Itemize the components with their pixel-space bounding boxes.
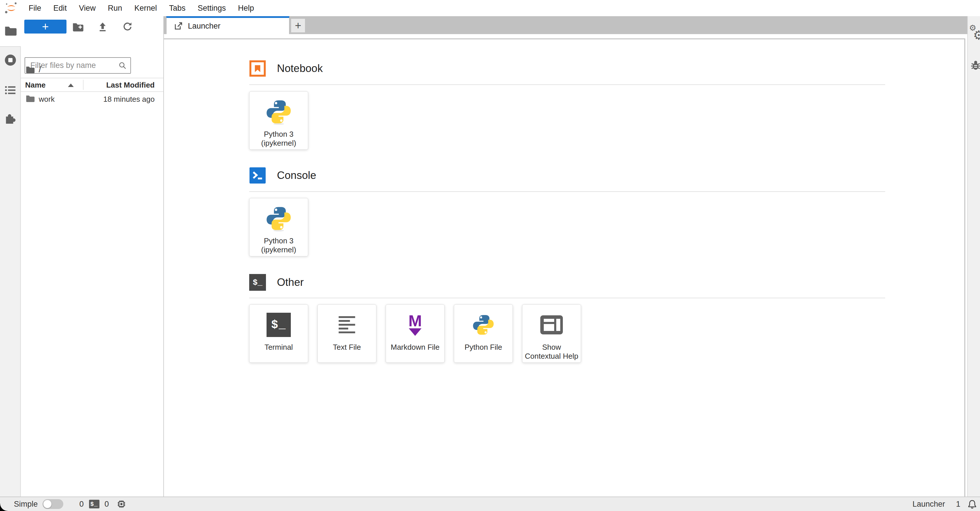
sidebar-tab-property-inspector[interactable]: ⚙ ⚙ [969,24,980,42]
launcher-card-markdown-file[interactable]: M Markdown File [386,304,445,363]
file-last-modified: 18 minutes ago [103,95,155,104]
launcher-card-text-file[interactable]: Text File [317,304,376,363]
contextual-help-icon [539,314,564,335]
jupyterlab-window: File Edit View Run Kernel Tabs Settings … [0,0,980,511]
file-name: work [39,95,55,104]
sidebar-tab-running-sessions[interactable] [3,53,18,67]
section-header-notebook: Notebook [249,59,323,78]
file-browser-panel: + [21,16,164,497]
bell-icon[interactable] [967,499,977,509]
toggle-knob [43,500,51,508]
launcher-card-label: Python File [465,343,502,352]
launcher-tab-icon [173,21,183,31]
launcher-card-label: Markdown File [391,343,439,352]
launcher-card-label: Terminal [264,343,293,352]
launcher-card-notebook-python3[interactable]: Python 3 (ipykernel) [249,91,308,150]
new-folder-icon [72,22,84,32]
launcher-card-label: Python 3 (ipykernel) [261,130,296,148]
other-cards-row: $_ Terminal [249,304,581,363]
python-logo-icon [265,98,293,126]
section-divider [249,298,885,298]
launcher-card-terminal[interactable]: $_ Terminal [249,304,308,363]
notifications-count: 1 [956,500,960,509]
launcher-card-label: Text File [333,343,361,352]
terminal-icon: $_ [267,313,291,337]
home-folder-icon[interactable] [25,65,35,73]
section-header-console: Console [249,167,316,185]
menu-edit[interactable]: Edit [48,4,73,13]
terminals-count[interactable]: 0 [80,500,84,509]
table-of-contents-icon [4,84,17,97]
file-row-work[interactable]: work 18 minutes ago [21,93,163,106]
new-folder-button[interactable] [72,21,84,33]
folder-icon [4,25,17,36]
upload-icon [97,21,108,32]
folder-icon [25,94,35,102]
column-header-last-modified[interactable]: Last Modified [106,81,155,89]
section-title: Notebook [277,62,323,75]
menu-run[interactable]: Run [102,4,128,13]
menu-kernel[interactable]: Kernel [128,4,163,13]
upload-button[interactable] [97,21,109,33]
python-logo-icon [471,313,495,337]
right-sidebar-strip: ⚙ ⚙ [967,16,980,497]
status-bar: Simple 0 $_ 0 Launcher 1 [0,497,980,511]
python-logo-icon [265,205,293,232]
section-title: Console [277,169,316,181]
left-sidebar-strip [0,16,21,497]
menu-view[interactable]: View [73,4,102,13]
sidebar-tab-file-browser[interactable] [3,24,18,38]
main-tab-bar: Launcher + [164,16,967,34]
tab-bar-gap [164,34,967,38]
menu-settings[interactable]: Settings [192,4,232,13]
jupyter-logo [0,2,22,15]
launcher-card-console-python3[interactable]: Python 3 (ipykernel) [249,198,308,256]
console-icon [249,167,266,184]
launcher-card-python-file[interactable]: Python File [454,304,513,363]
launcher-panel: Notebook Python 3 (ipyke [164,39,964,497]
simple-mode-label: Simple [14,500,38,509]
menu-tabs[interactable]: Tabs [163,4,192,13]
kernels-count[interactable]: 0 [105,500,109,509]
content-right-border [964,38,965,497]
launcher-card-label: Python 3 (ipykernel) [261,236,296,254]
console-cards-row: Python 3 (ipykernel) [249,198,308,256]
refresh-button[interactable] [121,21,134,33]
bug-icon [970,59,980,71]
sidebar-tab-extensions[interactable] [3,110,18,124]
status-bar-right: Launcher 1 [912,499,977,509]
new-tab-button[interactable]: + [291,19,305,32]
sidebar-tab-debugger[interactable] [970,59,980,71]
sort-ascending-icon [68,84,74,87]
gear-icon: ⚙ [973,28,980,43]
status-bar-left: Simple 0 $_ 0 [14,499,126,509]
notebook-cards-row: Python 3 (ipykernel) [249,91,308,150]
menu-bar: File Edit View Run Kernel Tabs Settings … [0,0,980,16]
section-divider [249,191,885,192]
refresh-icon [122,21,133,32]
file-list-header: Name Last Modified [21,78,163,92]
terminal-icon[interactable]: $_ [89,500,99,508]
simple-mode-toggle[interactable] [43,499,63,509]
kernel-chip-icon[interactable] [116,499,126,509]
launcher-card-show-contextual-help[interactable]: Show Contextual Help [522,304,581,363]
terminal-icon: $_ [249,274,266,291]
breadcrumb-path: / [39,64,41,74]
tab-launcher-label: Launcher [188,22,221,31]
section-title: Other [277,276,304,288]
screen-corner [0,503,8,511]
puzzle-icon [4,111,17,124]
menu-help[interactable]: Help [232,4,260,13]
new-launcher-button[interactable]: + [24,20,67,33]
section-header-other: $_ Other [249,274,304,291]
menu-file[interactable]: File [22,4,48,13]
sidebar-tab-table-of-contents[interactable] [3,83,18,97]
column-header-name[interactable]: Name [25,81,46,89]
launcher-card-label: Show Contextual Help [525,343,579,361]
column-separator[interactable] [83,80,84,90]
markdown-icon: M [409,314,422,336]
breadcrumb: / [25,65,41,74]
tab-launcher[interactable]: Launcher [166,16,290,34]
running-sessions-icon [4,54,17,67]
section-divider [249,84,885,85]
